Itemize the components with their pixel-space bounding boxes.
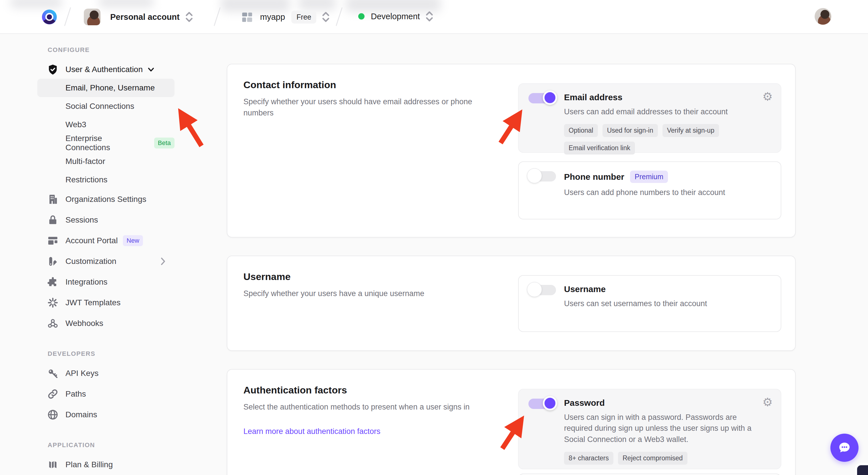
config-chip: Verify at sign-up: [662, 124, 719, 137]
sidebar-item-label: Domains: [65, 410, 97, 419]
sidebar-item-domains[interactable]: Domains: [37, 404, 175, 425]
support-chat-button[interactable]: [830, 434, 859, 462]
card-description: Specify whether your users have a unique…: [243, 288, 496, 299]
chevron-updown-icon: [425, 10, 434, 22]
corner-widget-peek: [855, 463, 868, 475]
authentication-factors-card: Authentication factors Select the authen…: [227, 369, 796, 475]
sidebar-item-account-portal[interactable]: Account Portal New: [37, 230, 175, 251]
sidebar-item-integrations[interactable]: Integrations: [37, 272, 175, 292]
plan-badge: Free: [291, 11, 316, 24]
top-header: Personal account myapp Free Development: [0, 0, 868, 34]
sidebar-item-restrictions[interactable]: Restrictions: [37, 171, 175, 189]
sidebar-item-social-connections[interactable]: Social Connections: [37, 97, 175, 115]
account-avatar: [84, 9, 100, 25]
sidebar-item-multi-factor[interactable]: Multi-factor: [37, 152, 175, 171]
email-settings-gear-icon[interactable]: ⚙: [763, 91, 773, 102]
sidebar-item-label: Integrations: [65, 277, 107, 287]
user-avatar: [815, 8, 831, 25]
username-toggle[interactable]: [528, 285, 556, 295]
sidebar-item-api-keys[interactable]: API Keys: [37, 363, 175, 384]
chat-bubble-icon: [837, 440, 852, 455]
sidebar-item-label: API Keys: [65, 369, 98, 378]
chevron-updown-icon: [185, 11, 193, 23]
sidebar-item-sessions[interactable]: Sessions: [37, 210, 175, 230]
billing-icon: [46, 458, 59, 471]
phone-number-toggle[interactable]: [528, 171, 556, 181]
environment-switcher[interactable]: Development: [358, 10, 434, 22]
password-config-chips: 8+ characters Reject compromised: [564, 452, 748, 465]
link-icon: [46, 388, 59, 400]
redacted-blur: [99, 0, 154, 7]
card-description: Select the authentication methods to pre…: [243, 402, 507, 413]
sidebar-item-customization[interactable]: Customization: [37, 251, 175, 272]
browser-window-icon: [46, 234, 59, 247]
sidebar-item-user-authentication[interactable]: User & Authentication: [37, 60, 175, 79]
next-panel-peek: [518, 474, 781, 475]
panel-title: Username: [564, 284, 606, 294]
config-chip: Used for sign-in: [602, 124, 658, 137]
email-address-toggle[interactable]: [528, 93, 556, 103]
sidebar-item-web3[interactable]: Web3: [37, 115, 175, 134]
webhook-icon: [46, 317, 59, 330]
sidebar-item-paths[interactable]: Paths: [37, 384, 175, 404]
toggle-knob: [543, 90, 557, 105]
sidebar-item-label: Email, Phone, Username: [65, 83, 155, 92]
clerk-dashboard-page: { "header": { "account_label": "Personal…: [0, 0, 868, 475]
sidebar-item-label: Account Portal: [65, 236, 118, 245]
sidebar-item-email-phone-username[interactable]: Email, Phone, Username: [37, 79, 175, 97]
email-address-panel: ⚙ Email address Users can add email addr…: [518, 83, 781, 153]
puzzle-icon: [46, 276, 59, 288]
phone-number-panel: Phone number Premium Users can add phone…: [518, 161, 781, 219]
burst-icon: [46, 296, 59, 309]
redacted-blur: [10, 0, 62, 8]
username-card: Username Specify whether your users have…: [227, 256, 796, 351]
sidebar-item-jwt-templates[interactable]: JWT Templates: [37, 292, 175, 313]
panel-title: Phone number: [564, 172, 624, 182]
toggle-knob: [527, 169, 541, 183]
sidebar-item-plan-billing[interactable]: Plan & Billing: [37, 454, 175, 475]
sidebar-item-label: Web3: [65, 120, 86, 129]
sidebar-item-label: Social Connections: [65, 102, 134, 111]
application-switcher[interactable]: myapp Free: [241, 10, 330, 24]
panel-description: Users can sign in with a password. Passw…: [564, 412, 765, 445]
account-switcher[interactable]: Personal account: [84, 9, 193, 25]
sidebar-item-label: Customization: [65, 257, 116, 266]
sidebar-item-label: User & Authentication: [65, 65, 143, 74]
breadcrumb-divider: [214, 7, 221, 26]
sidebar-item-label: Webhooks: [65, 319, 103, 328]
app-name: myapp: [260, 12, 285, 22]
sidebar-item-label: JWT Templates: [65, 298, 121, 307]
password-toggle[interactable]: [528, 398, 556, 409]
user-menu[interactable]: [815, 8, 831, 25]
sidebar-item-label: Enterprise Connections: [65, 134, 149, 152]
password-settings-gear-icon[interactable]: ⚙: [763, 396, 773, 408]
lock-icon: [46, 214, 59, 226]
globe-icon: [46, 408, 59, 421]
panel-description: Users can add email addresses to their a…: [564, 106, 765, 117]
chevron-right-icon: [160, 257, 166, 266]
sidebar-item-webhooks[interactable]: Webhooks: [37, 313, 175, 334]
panel-title: Email address: [564, 92, 622, 102]
sidebar-section-application: APPLICATION: [37, 441, 175, 449]
account-label: Personal account: [110, 12, 180, 22]
chevron-down-icon: [147, 66, 155, 73]
sidebar-section-configure: CONFIGURE: [37, 46, 175, 54]
environment-label: Development: [371, 12, 420, 21]
chevron-updown-icon: [321, 11, 330, 23]
sidebar-item-enterprise-connections[interactable]: Enterprise Connections Beta: [37, 134, 175, 152]
settings-sidebar: CONFIGURE User & Authentication Email, P…: [37, 46, 175, 475]
panel-title: Password: [564, 398, 605, 408]
annotation-arrow-sidebar: [181, 113, 202, 146]
application-icon: [241, 10, 254, 24]
sidebar-item-organizations-settings[interactable]: Organizations Settings: [37, 189, 175, 210]
config-chip: Email verification link: [564, 142, 635, 154]
breadcrumb-divider: [64, 7, 71, 26]
username-panel: Username Users can set usernames to thei…: [518, 275, 781, 332]
clerk-logo-icon: [41, 9, 58, 25]
sidebar-item-label: Plan & Billing: [65, 460, 113, 469]
learn-more-link[interactable]: Learn more about authentication factors: [243, 427, 380, 436]
toggle-knob: [543, 396, 557, 410]
panel-description: Users can add phone numbers to their acc…: [564, 187, 765, 198]
clerk-logo[interactable]: [41, 9, 58, 25]
breadcrumb-divider: [336, 7, 343, 26]
